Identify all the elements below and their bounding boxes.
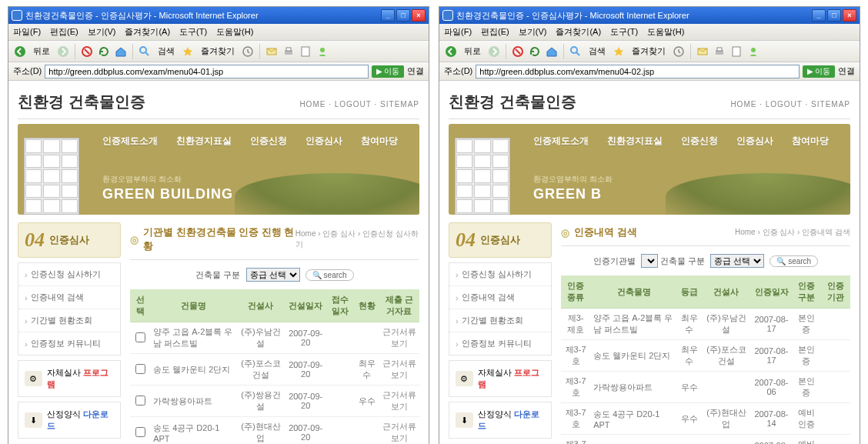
menu-view[interactable]: 보기(V) (519, 26, 547, 38)
cell-recv (326, 354, 355, 386)
nav-review[interactable]: 인증심사 (736, 135, 773, 148)
minimize-button[interactable]: _ (812, 9, 826, 22)
stop-icon[interactable] (80, 45, 94, 58)
go-button[interactable]: ▶ 이동 (372, 65, 404, 78)
refresh-icon[interactable] (97, 45, 111, 58)
filter-select-grade[interactable]: 종급 선택 (710, 254, 764, 268)
history-icon[interactable] (672, 45, 686, 58)
menu-favorites[interactable]: 즐겨찾기(A) (125, 26, 170, 38)
menu-file[interactable]: 파일(F) (13, 26, 41, 38)
menubar[interactable]: 파일(F) 편집(E) 보기(V) 즐겨찾기(A) 도구(T) 도움말(H) (439, 24, 860, 41)
mail-icon[interactable] (265, 45, 279, 58)
forward-icon[interactable] (487, 45, 501, 58)
menu-file[interactable]: 파일(F) (444, 26, 472, 38)
sidebar-badge-program[interactable]: ⚙ 자체실사 프로그램 (449, 360, 552, 397)
search-icon[interactable] (569, 45, 583, 58)
sidebar-badge-download[interactable]: ⬇ 산정양식 다운로드 (449, 402, 552, 439)
evidence-link[interactable]: 근거서류 보기 (382, 327, 416, 348)
search-label[interactable]: 검색 (589, 45, 606, 57)
refresh-icon[interactable] (528, 45, 542, 58)
nav-indicator[interactable]: 친환경지표실 (607, 135, 663, 148)
nav-about[interactable]: 인증제도소개 (102, 135, 158, 148)
edit-icon[interactable] (729, 45, 743, 58)
sidebar-item-community[interactable]: 인증정보 커뮤니티 (449, 332, 551, 355)
sidebar-item-community[interactable]: 인증정보 커뮤니티 (18, 332, 120, 355)
stop-icon[interactable] (511, 45, 525, 58)
sidebar-item-search[interactable]: 인증내역 검색 (449, 286, 551, 309)
menu-favorites[interactable]: 즐겨찾기(A) (556, 26, 601, 38)
nav-apply[interactable]: 인증신청 (681, 135, 718, 148)
menu-tools[interactable]: 도구(T) (179, 26, 207, 38)
menu-tools[interactable]: 도구(T) (610, 26, 638, 38)
favorites-icon[interactable] (181, 45, 195, 58)
nav-review[interactable]: 인증심사 (305, 135, 342, 148)
edit-icon[interactable] (299, 45, 312, 58)
nav-apply[interactable]: 인증신청 (250, 135, 287, 148)
sidebar-badge-program[interactable]: ⚙ 자체실사 프로그램 (18, 360, 121, 397)
site-logo-title[interactable]: 친환경 건축물인증 (449, 92, 576, 112)
favorites-label[interactable]: 즐겨찾기 (201, 45, 235, 57)
sidebar-item-period[interactable]: 기간별 현황조회 (449, 309, 551, 332)
home-icon[interactable] (545, 45, 559, 58)
search-label[interactable]: 검색 (158, 45, 175, 57)
window-titlebar[interactable]: 친환경건축물인증 - 인증심사평가 - Microsoft Internet E… (8, 7, 429, 24)
back-icon[interactable] (444, 45, 458, 58)
filter-select-org[interactable] (641, 254, 658, 268)
minimize-button[interactable]: _ (381, 9, 395, 22)
back-label[interactable]: 뒤로 (33, 45, 50, 57)
nav-community[interactable]: 참여마당 (361, 135, 398, 148)
table-header: 건물명 (150, 289, 236, 322)
menu-help[interactable]: 도움말(H) (647, 26, 684, 38)
filter-select-grade[interactable]: 종급 선택 (246, 268, 300, 282)
menu-help[interactable]: 도움말(H) (216, 26, 253, 38)
go-button[interactable]: ▶ 이동 (803, 65, 835, 78)
url-input[interactable] (476, 65, 800, 78)
evidence-link[interactable]: 근거서류 보기 (382, 359, 416, 379)
search-button[interactable]: 🔍 search (770, 255, 818, 267)
mail-icon[interactable] (696, 45, 709, 58)
row-checkbox[interactable] (135, 332, 145, 342)
menu-view[interactable]: 보기(V) (88, 26, 116, 38)
history-icon[interactable] (241, 45, 255, 58)
messenger-icon[interactable] (315, 45, 329, 58)
nav-indicator[interactable]: 친환경지표실 (176, 135, 232, 148)
sidebar-item-search[interactable]: 인증내역 검색 (18, 286, 120, 309)
maximize-button[interactable]: □ (396, 9, 410, 22)
links-label[interactable]: 연결 (838, 65, 855, 77)
window-titlebar[interactable]: 친환경건축물인증 - 인증심사평가 - Microsoft Internet E… (439, 7, 860, 24)
search-icon[interactable] (138, 45, 152, 58)
url-input[interactable] (45, 65, 369, 78)
sidebar-item-period[interactable]: 기간별 현황조회 (18, 309, 120, 332)
sidebar-badge-download[interactable]: ⬇ 산정양식 다운로드 (18, 402, 121, 439)
row-checkbox[interactable] (135, 427, 145, 437)
close-button[interactable]: × (412, 9, 426, 22)
nav-about[interactable]: 인증제도소개 (533, 135, 589, 148)
nav-community[interactable]: 참여마당 (792, 135, 829, 148)
search-button[interactable]: 🔍 search (305, 269, 354, 281)
print-icon[interactable] (282, 45, 295, 58)
sidebar-item-review[interactable]: 인증신청 심사하기 (449, 263, 551, 286)
site-logo-title[interactable]: 친환경 건축물인증 (18, 92, 145, 112)
messenger-icon[interactable] (746, 45, 760, 58)
favorites-icon[interactable] (612, 45, 626, 58)
close-button[interactable]: × (843, 9, 856, 22)
menubar[interactable]: 파일(F) 편집(E) 보기(V) 즐겨찾기(A) 도구(T) 도움말(H) (8, 24, 429, 41)
site-util-links[interactable]: HOME · LOGOUT · SITEMAP (299, 100, 419, 108)
back-icon[interactable] (13, 45, 27, 58)
menu-edit[interactable]: 편집(E) (50, 26, 78, 38)
menu-edit[interactable]: 편집(E) (481, 26, 509, 38)
evidence-link[interactable]: 근거서류 보기 (382, 390, 416, 411)
sidebar-item-review[interactable]: 인증신청 심사하기 (18, 263, 120, 286)
print-icon[interactable] (713, 45, 726, 58)
gear-icon: ⚙ (456, 371, 473, 386)
row-checkbox[interactable] (135, 364, 145, 374)
favorites-label[interactable]: 즐겨찾기 (632, 45, 666, 57)
forward-icon[interactable] (56, 45, 70, 58)
links-label[interactable]: 연결 (407, 65, 424, 77)
evidence-link[interactable]: 근거서류 보기 (382, 422, 416, 442)
row-checkbox[interactable] (135, 396, 145, 406)
home-icon[interactable] (114, 45, 128, 58)
maximize-button[interactable]: □ (827, 9, 841, 22)
back-label[interactable]: 뒤로 (464, 45, 481, 57)
site-util-links[interactable]: HOME · LOGOUT · SITEMAP (730, 100, 850, 108)
